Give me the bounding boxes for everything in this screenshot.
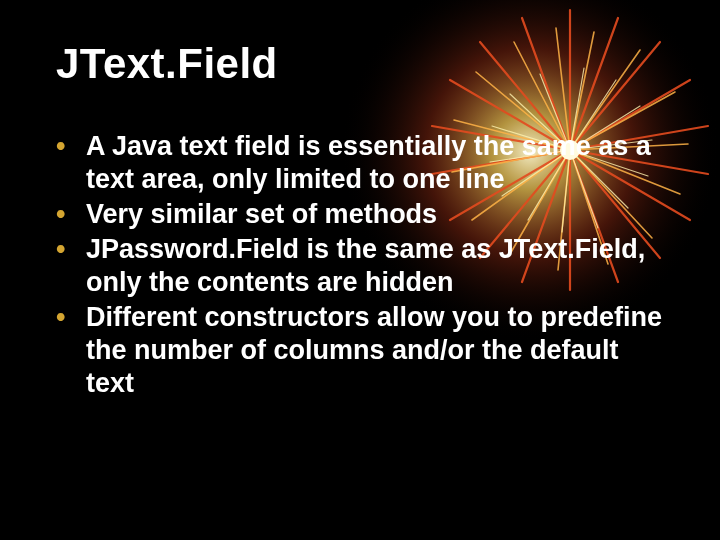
slide-title: JText.Field xyxy=(56,40,672,88)
bullet-item: Different constructors allow you to pred… xyxy=(56,301,672,400)
bullet-item: Very similar set of methods xyxy=(56,198,672,231)
bullet-item: JPassword.Field is the same as JText.Fie… xyxy=(56,233,672,299)
bullet-item: A Java text field is essentially the sam… xyxy=(56,130,672,196)
slide: JText.Field A Java text field is essenti… xyxy=(0,0,720,540)
bullet-list: A Java text field is essentially the sam… xyxy=(56,130,672,400)
